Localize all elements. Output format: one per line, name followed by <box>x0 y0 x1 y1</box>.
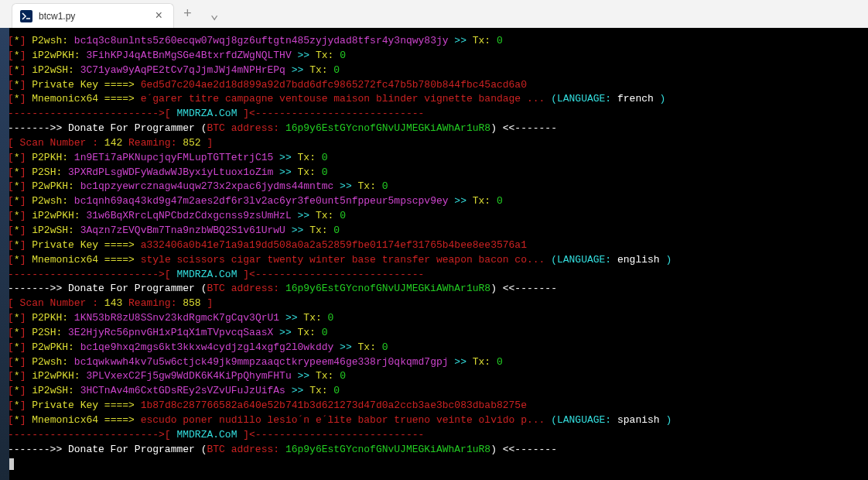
left-strip <box>0 28 9 480</box>
terminal-output: [*] P2wsh: bc1q3c8unlnts5z60ecqw07wqj8gz… <box>0 28 868 480</box>
tab-title: btcw1.py <box>39 11 145 22</box>
new-tab-button[interactable]: + <box>174 6 201 22</box>
titlebar: btcw1.py × + ⌄ <box>0 0 868 28</box>
tab[interactable]: btcw1.py × <box>12 3 174 28</box>
close-icon[interactable]: × <box>152 9 166 23</box>
tab-dropdown-icon[interactable]: ⌄ <box>201 5 228 22</box>
terminal-icon <box>20 10 32 22</box>
